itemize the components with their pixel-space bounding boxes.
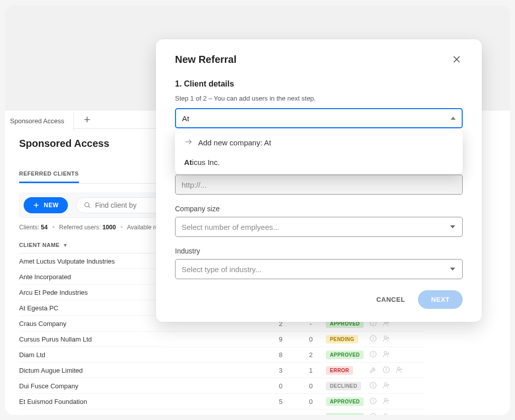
svg-point-2: [84, 203, 89, 207]
sort-icon: ▼: [60, 242, 68, 248]
status-badge: APPROVED: [326, 413, 364, 415]
add-user-icon[interactable]: [382, 381, 390, 391]
status-cell: APPROVED: [326, 397, 369, 406]
status-cell: PENDING: [326, 335, 369, 344]
info-icon[interactable]: [369, 412, 377, 415]
count-1: 3: [266, 367, 296, 374]
col-client-name[interactable]: CLIENT NAME: [19, 242, 60, 248]
client-name: Cursus Purus Nullam Ltd: [19, 335, 266, 343]
modal-section-title: 1. Client details: [175, 79, 463, 89]
client-name: Eu Corp.: [19, 413, 266, 415]
table-row[interactable]: Cursus Purus Nullam Ltd90PENDING: [19, 331, 424, 347]
count-2: 0: [296, 398, 326, 405]
status-cell: APPROVED: [326, 351, 369, 359]
status-badge: ERROR: [326, 366, 353, 375]
svg-point-25: [397, 367, 400, 369]
row-actions: [369, 350, 409, 360]
company-dropdown: Add new company: At Aticus Inc.: [175, 129, 463, 175]
svg-point-42: [373, 415, 374, 415]
cancel-button[interactable]: CANCEL: [376, 296, 405, 303]
svg-point-13: [384, 335, 387, 338]
info-icon[interactable]: [369, 397, 377, 406]
search-icon: [83, 201, 91, 209]
table-row[interactable]: Eu Corp.102APPROVED: [19, 409, 424, 415]
modal-subtext: Step 1 of 2 – You can add users in the n…: [175, 95, 463, 102]
new-button-label: NEW: [44, 202, 59, 209]
count-1: 0: [266, 382, 296, 390]
tab-sponsored-access[interactable]: Sponsored Access: [5, 112, 74, 130]
status-cell: DECLINED: [326, 382, 369, 390]
plus-icon: [33, 202, 40, 209]
add-user-icon[interactable]: [395, 366, 403, 375]
svg-point-18: [373, 353, 374, 353]
website-input[interactable]: http://...: [175, 175, 463, 195]
wrench-icon[interactable]: [369, 366, 377, 375]
count-2: 1: [296, 367, 326, 374]
status-badge: PENDING: [326, 335, 358, 344]
caret-up-icon: [451, 117, 456, 120]
client-name: Diam Ltd: [19, 351, 266, 359]
arrow-right-icon: [184, 137, 193, 148]
next-button[interactable]: NEXT: [418, 290, 463, 309]
company-combobox: Add new company: At Aticus Inc.: [175, 108, 463, 128]
row-actions: [369, 334, 409, 344]
count-2: 0: [296, 335, 326, 343]
client-name: Et Euismod Foundation: [19, 398, 266, 405]
company-size-select[interactable]: Select number of emplyees...: [175, 217, 463, 237]
industry-select[interactable]: Select type of industry...: [175, 259, 463, 279]
status-badge: APPROVED: [326, 351, 364, 359]
row-actions: [369, 366, 409, 375]
tab-referred-clients[interactable]: REFERRED CLIENTS: [19, 171, 79, 183]
dropdown-option-aticus[interactable]: Aticus Inc.: [175, 153, 463, 172]
table-row[interactable]: Diam Ltd82APPROVED: [19, 347, 424, 363]
status-cell: APPROVED: [326, 413, 369, 415]
client-name: Dictum Augue Limited: [19, 367, 266, 374]
count-1: 9: [266, 335, 296, 343]
status-badge: APPROVED: [326, 397, 364, 406]
add-user-icon[interactable]: [382, 350, 390, 360]
count-2: 2: [296, 413, 326, 415]
new-referral-modal: New Referral 1. Client details Step 1 of…: [156, 39, 482, 322]
count-2: 2: [296, 351, 326, 359]
chevron-down-icon: [450, 225, 455, 228]
company-input[interactable]: [175, 108, 463, 128]
svg-point-31: [384, 382, 387, 385]
svg-point-19: [384, 351, 387, 354]
table-row[interactable]: Et Euismod Foundation50APPROVED: [19, 394, 424, 409]
svg-point-12: [373, 337, 374, 338]
count-1: 5: [266, 398, 296, 405]
new-tab-button[interactable]: +: [76, 111, 98, 129]
row-actions: [369, 412, 409, 415]
new-button[interactable]: NEW: [24, 197, 68, 213]
info-icon[interactable]: [369, 334, 377, 344]
company-size-label: Company size: [175, 205, 463, 213]
count-2: 0: [296, 382, 326, 390]
row-actions: [369, 397, 409, 406]
svg-point-24: [386, 368, 387, 369]
industry-label: Industry: [175, 247, 463, 255]
add-user-icon[interactable]: [382, 412, 390, 415]
table-row[interactable]: Dictum Augue Limited31ERROR: [19, 363, 424, 378]
status-badge: DECLINED: [326, 382, 361, 390]
info-icon[interactable]: [382, 366, 390, 375]
svg-point-37: [384, 398, 387, 400]
row-actions: [369, 381, 409, 391]
add-user-icon[interactable]: [382, 334, 390, 344]
modal-title: New Referral: [175, 54, 236, 65]
info-icon[interactable]: [369, 350, 377, 360]
count-1: 10: [266, 413, 296, 415]
chevron-down-icon: [450, 268, 455, 271]
status-cell: ERROR: [326, 366, 369, 375]
count-1: 8: [266, 351, 296, 359]
svg-point-36: [373, 399, 374, 400]
add-user-icon[interactable]: [382, 397, 390, 406]
close-icon: [452, 54, 462, 64]
dropdown-add-new[interactable]: Add new company: At: [175, 132, 463, 153]
table-row[interactable]: Dui Fusce Company00DECLINED: [19, 378, 424, 394]
info-icon[interactable]: [369, 381, 377, 391]
svg-point-43: [384, 413, 387, 415]
client-name: Dui Fusce Company: [19, 382, 266, 390]
svg-point-30: [373, 384, 374, 384]
svg-line-3: [88, 206, 90, 208]
close-button[interactable]: [451, 53, 463, 65]
